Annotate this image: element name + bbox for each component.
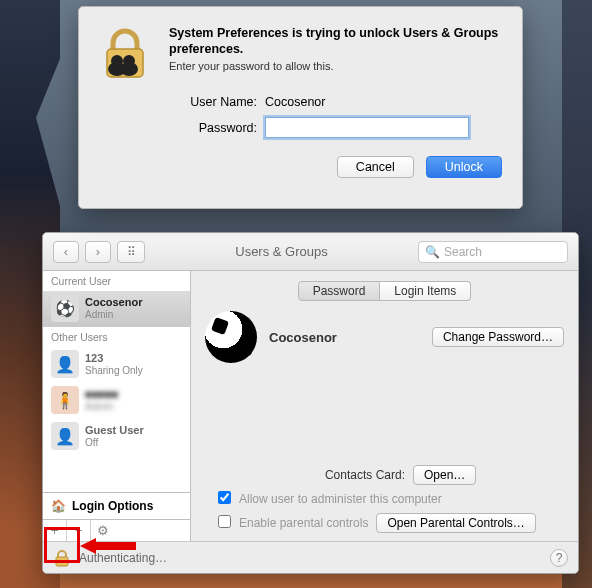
user-name: Guest User <box>85 424 144 437</box>
search-placeholder: Search <box>444 245 482 259</box>
annotation-arrow <box>80 536 140 556</box>
svg-point-3 <box>111 55 123 67</box>
username-value: Cocosenor <box>265 95 325 109</box>
password-label: Password: <box>97 121 265 135</box>
auth-title: System Preferences is trying to unlock U… <box>169 25 502 57</box>
profile-name: Cocosenor <box>269 330 337 345</box>
open-contacts-button[interactable]: Open… <box>413 465 476 485</box>
user-role: Admin <box>85 309 142 321</box>
tab-bar: Password Login Items <box>205 281 564 301</box>
forward-button[interactable]: › <box>85 241 111 263</box>
help-icon: ? <box>556 551 563 565</box>
user-name: 123 <box>85 352 143 365</box>
show-all-button[interactable]: ⠿ <box>117 241 145 263</box>
user-role: Sharing Only <box>85 365 143 377</box>
admin-checkbox-label: Allow user to administer this computer <box>239 492 442 506</box>
svg-marker-6 <box>80 538 136 554</box>
search-field[interactable]: 🔍 Search <box>418 241 568 263</box>
admin-checkbox[interactable] <box>218 491 231 504</box>
parental-checkbox-label: Enable parental controls <box>239 516 368 530</box>
auth-subtitle: Enter your password to allow this. <box>169 60 502 72</box>
window-title: Users & Groups <box>151 244 412 259</box>
login-options-label: Login Options <box>72 499 153 513</box>
help-button[interactable]: ? <box>550 549 568 567</box>
current-user-header: Current User <box>43 271 190 291</box>
other-users-header: Other Users <box>43 327 190 347</box>
auth-dialog: System Preferences is trying to unlock U… <box>78 6 523 209</box>
user-row-blurred[interactable]: 🧍 ■■■■■ Admin <box>43 383 190 419</box>
users-sidebar: Current User ⚽ Cocosenor Admin Other Use… <box>43 271 191 541</box>
user-row-guest[interactable]: 👤 Guest User Off <box>43 419 190 455</box>
toolbar: ‹ › ⠿ Users & Groups 🔍 Search <box>43 233 578 271</box>
silhouette-icon: 👤 <box>51 350 79 378</box>
chevron-left-icon: ‹ <box>64 244 68 259</box>
user-row-123[interactable]: 👤 123 Sharing Only <box>43 347 190 383</box>
user-role: Off <box>85 437 144 449</box>
cancel-button[interactable]: Cancel <box>337 156 414 178</box>
chevron-right-icon: › <box>96 244 100 259</box>
change-password-button[interactable]: Change Password… <box>432 327 564 347</box>
user-name: ■■■■■ <box>85 388 118 401</box>
grid-icon: ⠿ <box>127 245 135 259</box>
login-options[interactable]: 🏠 Login Options <box>43 492 190 519</box>
open-parental-controls-button[interactable]: Open Parental Controls… <box>376 513 535 533</box>
parental-checkbox[interactable] <box>218 515 231 528</box>
back-button[interactable]: ‹ <box>53 241 79 263</box>
svg-point-4 <box>123 55 135 67</box>
avatar-icon: ⚽ <box>51 294 79 322</box>
user-row-cocosenor[interactable]: ⚽ Cocosenor Admin <box>43 291 190 327</box>
unlock-button[interactable]: Unlock <box>426 156 502 178</box>
silhouette-icon: 👤 <box>51 422 79 450</box>
house-icon: 🏠 <box>51 499 66 513</box>
soccer-ball-icon <box>205 311 257 363</box>
content-pane: Password Login Items Cocosenor Change Pa… <box>191 271 578 541</box>
user-name: Cocosenor <box>85 296 142 309</box>
username-label: User Name: <box>97 95 265 109</box>
tab-login-items[interactable]: Login Items <box>380 281 471 301</box>
password-input[interactable] <box>265 117 469 138</box>
user-role: Admin <box>85 401 118 413</box>
lock-icon <box>97 25 153 81</box>
contacts-card-label: Contacts Card: <box>205 468 405 482</box>
system-preferences-window: ‹ › ⠿ Users & Groups 🔍 Search Current Us… <box>42 232 579 574</box>
search-icon: 🔍 <box>425 245 440 259</box>
annotation-box <box>44 527 80 563</box>
tab-password[interactable]: Password <box>298 281 381 301</box>
gingerbread-icon: 🧍 <box>51 386 79 414</box>
